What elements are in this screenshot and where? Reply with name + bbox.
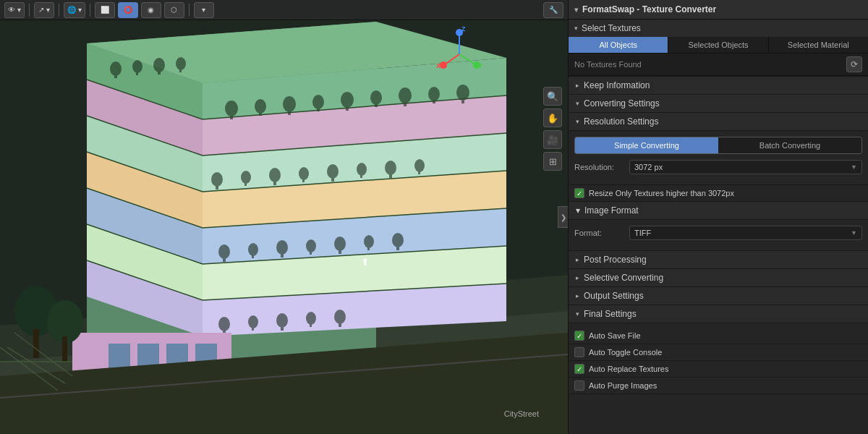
auto-purge-label: Auto Purge Images: [589, 381, 657, 390]
auto-toggle-checkbox[interactable]: [574, 347, 584, 357]
output-settings-arrow: ▸: [576, 292, 579, 299]
resolution-select[interactable]: 3072 px ▼: [629, 160, 862, 174]
auto-replace-row: Auto Replace Textures: [569, 361, 868, 378]
auto-save-row: Auto Save File: [569, 328, 868, 344]
converting-settings-label: Converting Settings: [584, 98, 660, 109]
selective-converting-row[interactable]: ▸ Selective Converting: [569, 269, 868, 287]
tab-selected-objects[interactable]: Selected Objects: [668, 37, 768, 53]
resolution-settings-label: Resolution Settings: [584, 116, 658, 127]
properties-btn[interactable]: 🔧: [543, 2, 563, 18]
svg-rect-80: [281, 325, 284, 331]
final-settings-content: Auto Save File Auto Toggle Console Auto …: [569, 323, 868, 399]
gizmo-btn[interactable]: ▾: [194, 2, 214, 18]
image-format-header[interactable]: ▾ Image Format: [569, 202, 868, 220]
final-settings-arrow: ▾: [576, 310, 579, 318]
svg-rect-26: [179, 67, 182, 72]
auto-save-label: Auto Save File: [589, 331, 641, 340]
svg-rect-60: [418, 169, 420, 174]
svg-rect-62: [223, 256, 226, 262]
tab-batch-converting[interactable]: Batch Converting: [718, 137, 861, 153]
viewport-collapse-arrow[interactable]: ❯: [558, 206, 568, 228]
keep-information-row[interactable]: ▸ Keep Information: [569, 77, 868, 95]
render-preview-btn[interactable]: ⬡: [164, 2, 184, 18]
svg-rect-68: [310, 250, 312, 255]
image-format-content: Format: TIFF ▼: [569, 220, 868, 251]
svg-rect-48: [244, 181, 247, 186]
select-textures-arrow: ▾: [574, 25, 578, 32]
output-settings-row[interactable]: ▸ Output Settings: [569, 287, 868, 305]
auto-purge-checkbox[interactable]: [574, 380, 584, 391]
tab-simple-converting[interactable]: Simple Converting: [575, 137, 718, 153]
svg-rect-66: [281, 252, 284, 258]
svg-rect-46: [216, 184, 218, 190]
transform-btn[interactable]: ↗ ▾: [34, 2, 54, 18]
image-format-label: Image Format: [584, 205, 639, 216]
svg-rect-24: [158, 69, 161, 75]
svg-text:X: X: [436, 62, 441, 69]
solid-btn[interactable]: ⭕: [118, 2, 138, 18]
svg-rect-105: [62, 336, 67, 362]
select-textures-header[interactable]: ▾ Select Textures: [569, 20, 868, 37]
selective-converting-label: Selective Converting: [584, 273, 663, 283]
resolution-label: Resolution:: [574, 163, 625, 171]
tab-all-objects[interactable]: All Objects: [569, 37, 668, 53]
svg-rect-50: [273, 179, 276, 185]
svg-rect-58: [389, 172, 392, 178]
final-settings-label: Final Settings: [584, 309, 637, 319]
refresh-btn[interactable]: ⟳: [846, 56, 862, 72]
svg-rect-52: [302, 177, 305, 182]
panel-header: ▾ FormatSwap - Texture Converter: [569, 0, 868, 20]
panel-title: FormatSwap - Texture Converter: [582, 4, 716, 14]
selective-converting-arrow: ▸: [576, 274, 579, 281]
resolution-settings-row[interactable]: ▾ Resolution Settings: [569, 113, 868, 131]
svg-rect-44: [461, 97, 464, 103]
viewport-shading-btn[interactable]: 🌐 ▾: [64, 2, 85, 18]
no-textures-row: No Textures Found ⟳: [569, 54, 868, 76]
format-label: Format:: [574, 229, 625, 237]
auto-save-checkbox[interactable]: [574, 331, 584, 341]
converting-settings-arrow: ▾: [576, 100, 579, 107]
panel-header-arrow: ▾: [574, 6, 578, 14]
final-settings-row[interactable]: ▾ Final Settings: [569, 305, 868, 323]
format-chevron: ▼: [851, 229, 857, 237]
select-textures-label: Select Textures: [582, 23, 641, 33]
resize-only-label: Resize Only Textures higher than 3072px: [589, 189, 734, 197]
no-textures-text: No Textures Found: [574, 60, 843, 69]
auto-toggle-row: Auto Toggle Console: [569, 344, 868, 361]
resolution-value: 3072 px: [634, 163, 663, 171]
overlay-btn[interactable]: ⬜: [95, 2, 115, 18]
auto-purge-row: Auto Purge Images: [569, 378, 868, 394]
auto-replace-label: Auto Replace Textures: [589, 365, 668, 373]
material-preview-btn[interactable]: ◉: [141, 2, 161, 18]
converting-settings-row[interactable]: ▾ Converting Settings: [569, 95, 868, 113]
tab-selected-material[interactable]: Selected Material: [769, 37, 868, 53]
format-select[interactable]: TIFF ▼: [629, 226, 862, 240]
auto-replace-checkbox[interactable]: [574, 364, 584, 374]
viewport-sidebar: 🔍 ✋ 🎥 ⊞: [543, 87, 562, 171]
resolution-settings-content: Simple Converting Batch Converting Resol…: [569, 131, 868, 185]
hand-icon-btn[interactable]: ✋: [543, 109, 562, 127]
view-mode-btn[interactable]: 👁 ▾: [4, 2, 25, 18]
viewport-toolbar: 👁 ▾ ↗ ▾ 🌐 ▾ ⬜ ⭕ ◉ ⬡ ▾ 🔧: [0, 0, 568, 20]
keep-information-arrow: ▸: [576, 82, 579, 89]
scene-label: CityStreet: [504, 409, 539, 418]
simple-batch-tabs: Simple Converting Batch Converting: [574, 137, 862, 154]
zoom-icon-btn[interactable]: 🔍: [543, 87, 562, 106]
viewport[interactable]: Z Y X ⬆ 👁 ▾ ↗ ▾ 🌐 ▾ ⬜ ⭕ ◉ ⬡ ▾ 🔧 🔍 ✋: [0, 0, 568, 434]
resolution-row: Resolution: 3072 px ▼: [574, 160, 862, 174]
post-processing-row[interactable]: ▸ Post Processing: [569, 251, 868, 269]
auto-toggle-label: Auto Toggle Console: [589, 348, 662, 357]
svg-rect-82: [310, 322, 312, 327]
svg-rect-32: [288, 109, 291, 115]
svg-rect-70: [339, 248, 341, 254]
texture-tabs: All Objects Selected Objects Selected Ma…: [569, 37, 868, 54]
format-row: Format: TIFF ▼: [574, 226, 862, 240]
svg-rect-74: [396, 244, 399, 250]
svg-point-119: [440, 61, 447, 69]
resize-only-row: Resize Only Textures higher than 3072px: [569, 185, 868, 202]
resize-only-checkbox[interactable]: [574, 188, 584, 198]
camera-icon-btn[interactable]: 🎥: [543, 130, 562, 149]
svg-text:Z: Z: [461, 25, 466, 33]
grid-icon-btn[interactable]: ⊞: [543, 152, 562, 171]
resolution-settings-arrow: ▾: [576, 118, 579, 125]
